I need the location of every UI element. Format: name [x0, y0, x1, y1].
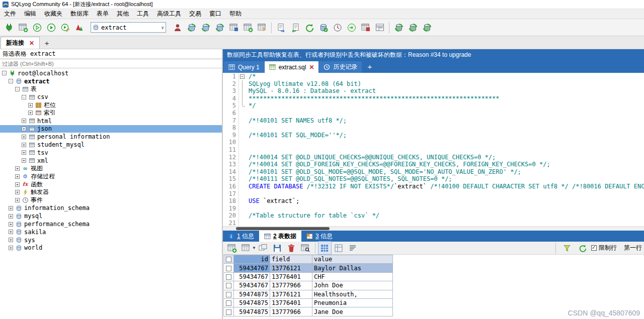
import-external-data-button[interactable]: [213, 21, 226, 34]
database-combo[interactable]: extract∨: [91, 22, 166, 33]
limit-rows-checkbox[interactable]: [591, 245, 597, 251]
grid-cell-field[interactable]: 13776121: [270, 290, 312, 298]
editor-line-8[interactable]: 8: [223, 124, 644, 132]
grid-cell-value[interactable]: Baylor Dallas: [312, 264, 393, 272]
editor-line-1[interactable]: 1−/*: [223, 73, 644, 80]
grid-cell-field[interactable]: 13777966: [270, 281, 312, 290]
tree-item-xml[interactable]: +xml: [0, 157, 222, 165]
grid-row-6[interactable]: 5947487513777966Jane Doe: [224, 307, 393, 316]
grid-dropdown-button[interactable]: [239, 241, 253, 255]
grid-row-3[interactable]: 5943476713777966John Doe: [224, 281, 393, 290]
execute-current-button[interactable]: [58, 21, 72, 34]
data-search-button[interactable]: [359, 21, 372, 34]
expand-icon[interactable]: +: [15, 182, 20, 187]
menu-item-database[interactable]: 数据库: [66, 9, 93, 19]
tree-item-csv[interactable]: -csv: [0, 93, 222, 101]
grid-cell-id[interactable]: 59474875: [234, 307, 270, 316]
tree-item-root-localhost[interactable]: -root@localhost: [0, 69, 222, 77]
expand-icon[interactable]: +: [22, 135, 26, 139]
new-query-tab-button[interactable]: +: [362, 62, 377, 71]
export-data-button[interactable]: [274, 21, 288, 34]
tree-item-node-14[interactable]: +fx函数: [0, 180, 222, 188]
new-connection-button[interactable]: [2, 21, 16, 34]
grid-cell-value[interactable]: Jane Doe: [312, 307, 393, 316]
expand-icon[interactable]: +: [22, 119, 26, 123]
result-tab-3[interactable]: 3 信息: [301, 231, 338, 242]
result-tab-1[interactable]: 1 信息: [223, 231, 259, 242]
grid-cell-field[interactable]: 13776401: [270, 298, 312, 307]
editor-line-10[interactable]: 10: [223, 139, 644, 146]
grid-cell-value[interactable]: Healthsouth,: [312, 290, 393, 298]
expand-icon[interactable]: +: [15, 190, 20, 194]
editor-line-7[interactable]: 7/*!40101 SET NAMES utf8 */;: [223, 117, 644, 125]
menu-item-table[interactable]: 表单: [93, 9, 113, 19]
tree-item-extract[interactable]: -extract: [0, 77, 222, 85]
tree-item-node-15[interactable]: +触发器: [0, 188, 222, 196]
format-query-button[interactable]: [72, 21, 86, 34]
connection-tab[interactable]: 新连接 ✕: [1, 37, 40, 49]
grid-row-4[interactable]: 5947487513776121Healthsouth,: [224, 290, 393, 298]
filter-button[interactable]: [560, 241, 574, 255]
menu-item-help[interactable]: 帮助: [225, 9, 246, 19]
grid-cell-id[interactable]: 59434767: [234, 272, 270, 281]
expand-icon[interactable]: +: [22, 158, 26, 163]
grid-cell-value[interactable]: Pneumonia: [312, 298, 393, 307]
row-add-button[interactable]: [225, 241, 238, 255]
menu-item-tools[interactable]: 工具: [133, 9, 153, 19]
menu-item-edit[interactable]: 编辑: [20, 9, 40, 19]
grid-row-2[interactable]: 5943476713776401CHF: [224, 272, 393, 281]
tree-item-student-mysql[interactable]: +student_mysql: [0, 141, 222, 149]
copy-database-button[interactable]: [199, 21, 212, 34]
grid-cell-field[interactable]: 13776121: [270, 264, 312, 272]
tree-item-sys[interactable]: +sys: [0, 236, 222, 244]
refresh-grid-button[interactable]: [576, 241, 589, 255]
sql-editor[interactable]: 1−/*2SQLyog Ultimate v12.08 (64 bit)3MyS…: [223, 73, 644, 231]
restore-backup-button[interactable]: [345, 21, 358, 34]
query-tab-node-2[interactable]: 历史记录: [319, 61, 362, 73]
tree-item-tsv[interactable]: +tsv: [0, 149, 222, 157]
row-select-checkbox[interactable]: [224, 272, 234, 281]
expand-icon[interactable]: +: [15, 174, 20, 179]
editor-line-17[interactable]: 17: [223, 190, 644, 198]
collapse-icon[interactable]: -: [9, 79, 13, 83]
row-select-checkbox[interactable]: [224, 264, 234, 272]
expand-icon[interactable]: +: [9, 222, 13, 227]
find-in-grid-button[interactable]: [299, 241, 312, 255]
tree-item-html[interactable]: +html: [0, 117, 222, 125]
collapse-icon[interactable]: -: [22, 95, 26, 99]
expand-icon[interactable]: +: [9, 238, 13, 242]
expand-icon[interactable]: +: [9, 246, 13, 250]
tree-item-node-5[interactable]: +索引: [0, 109, 222, 117]
grid-cell-id[interactable]: 59434767: [234, 281, 270, 290]
grid-cell-value[interactable]: John Doe: [312, 281, 393, 290]
menu-item-advanced-tools[interactable]: 高级工具: [153, 9, 185, 19]
expand-icon[interactable]: +: [28, 111, 33, 115]
close-icon[interactable]: ✕: [29, 40, 34, 47]
editor-line-13[interactable]: 13/*!40014 SET @OLD_FOREIGN_KEY_CHECKS=@…: [223, 161, 644, 168]
editor-line-3[interactable]: 3MySQL - 8.0.16 : Database - extract: [223, 87, 644, 95]
tree-item-performance-schema[interactable]: +performance_schema: [0, 220, 222, 228]
expand-icon[interactable]: +: [22, 143, 26, 147]
expand-icon[interactable]: +: [28, 103, 33, 108]
query-builder-button[interactable]: [373, 21, 386, 34]
editor-line-9[interactable]: 9/*!40101 SET SQL_MODE=''*/;: [223, 132, 644, 139]
editor-horizontal-scrollbar[interactable]: [223, 226, 644, 231]
tree-item-sakila[interactable]: +sakila: [0, 228, 222, 236]
tree-item-node-2[interactable]: -表: [0, 85, 222, 93]
view-text-button[interactable]: [346, 241, 360, 255]
expand-icon[interactable]: +: [15, 198, 20, 202]
grid-cell-value[interactable]: CHF: [312, 272, 393, 281]
editor-line-20[interactable]: 20/*Table structure for table `csv` */: [223, 212, 644, 220]
refresh-all-button[interactable]: [302, 21, 316, 34]
expand-icon[interactable]: +: [9, 214, 13, 219]
backup-database-button[interactable]: [316, 21, 330, 34]
tree-item-mysql[interactable]: +mysql: [0, 212, 222, 220]
row-select-checkbox[interactable]: [224, 307, 234, 316]
close-icon[interactable]: ✕: [309, 64, 314, 71]
execute-all-button[interactable]: [44, 21, 58, 34]
editor-line-16[interactable]: 16CREATE DATABASE /*!32312 IF NOT EXISTS…: [223, 183, 644, 190]
row-select-checkbox[interactable]: [224, 281, 234, 290]
result-tab-2[interactable]: 2 表数据: [259, 231, 301, 242]
fold-collapse-icon[interactable]: −: [240, 74, 245, 79]
duplicate-row-button[interactable]: [257, 241, 270, 255]
